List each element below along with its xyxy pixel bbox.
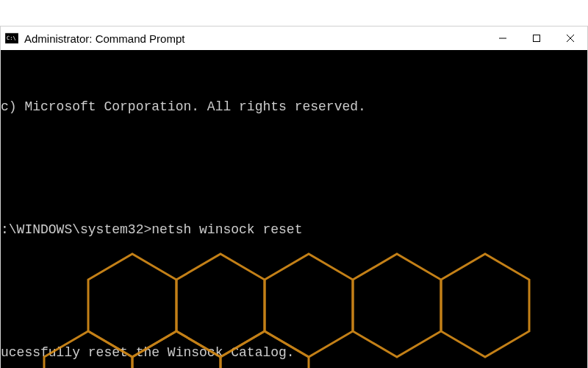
svg-text:C:\: C:\ <box>7 35 16 41</box>
minimize-button[interactable] <box>486 26 520 50</box>
maximize-button[interactable] <box>520 26 553 50</box>
window-title: Administrator: Command Prompt <box>24 32 486 45</box>
close-button[interactable] <box>553 26 587 50</box>
terminal-line <box>1 158 587 179</box>
command-prompt-window: C:\ Administrator: Command Prompt c) Mic… <box>0 26 588 368</box>
terminal-line: :\WINDOWS\system32>netsh winsock reset <box>1 220 587 241</box>
terminal-line: c) Microsoft Corporation. All rights res… <box>1 97 587 118</box>
svg-rect-3 <box>534 35 540 42</box>
terminal-output[interactable]: c) Microsoft Corporation. All rights res… <box>1 50 587 368</box>
window-controls <box>486 26 587 50</box>
titlebar[interactable]: C:\ Administrator: Command Prompt <box>1 26 587 50</box>
terminal-line: ucessfully reset the Winsock Catalog. <box>1 343 587 364</box>
cmd-icon: C:\ <box>5 32 18 45</box>
terminal-line <box>1 282 587 302</box>
background-top-strip <box>0 0 588 26</box>
